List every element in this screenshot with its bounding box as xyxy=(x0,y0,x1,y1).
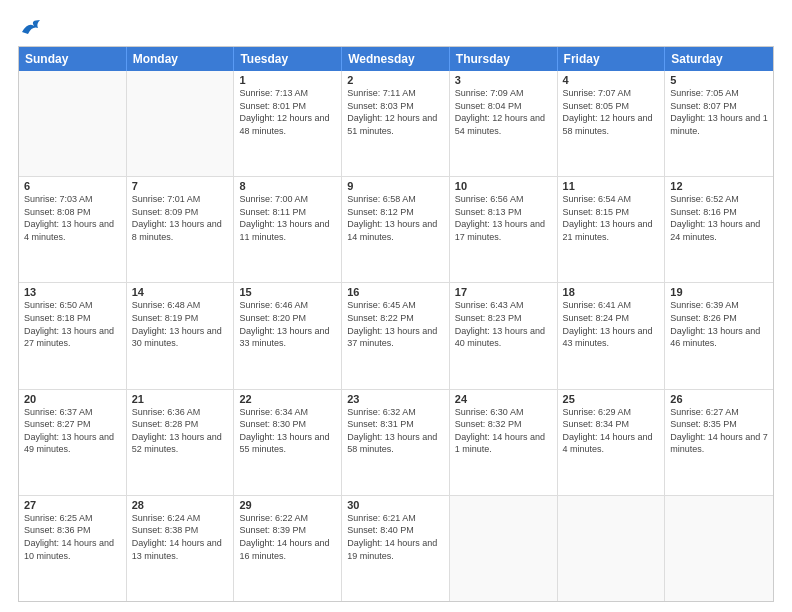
day-number: 1 xyxy=(239,74,336,86)
calendar-cell: 14Sunrise: 6:48 AM Sunset: 8:19 PM Dayli… xyxy=(127,283,235,388)
calendar-cell: 29Sunrise: 6:22 AM Sunset: 8:39 PM Dayli… xyxy=(234,496,342,601)
day-number: 27 xyxy=(24,499,121,511)
calendar-cell: 3Sunrise: 7:09 AM Sunset: 8:04 PM Daylig… xyxy=(450,71,558,176)
day-number: 25 xyxy=(563,393,660,405)
day-info: Sunrise: 6:22 AM Sunset: 8:39 PM Dayligh… xyxy=(239,512,336,562)
day-info: Sunrise: 6:29 AM Sunset: 8:34 PM Dayligh… xyxy=(563,406,660,456)
header-day-sunday: Sunday xyxy=(19,47,127,71)
day-info: Sunrise: 6:34 AM Sunset: 8:30 PM Dayligh… xyxy=(239,406,336,456)
day-info: Sunrise: 7:11 AM Sunset: 8:03 PM Dayligh… xyxy=(347,87,444,137)
calendar-cell: 17Sunrise: 6:43 AM Sunset: 8:23 PM Dayli… xyxy=(450,283,558,388)
calendar-cell: 5Sunrise: 7:05 AM Sunset: 8:07 PM Daylig… xyxy=(665,71,773,176)
calendar-header: SundayMondayTuesdayWednesdayThursdayFrid… xyxy=(19,47,773,71)
day-number: 19 xyxy=(670,286,768,298)
day-number: 29 xyxy=(239,499,336,511)
day-number: 12 xyxy=(670,180,768,192)
logo xyxy=(18,18,42,36)
day-number: 10 xyxy=(455,180,552,192)
header-day-tuesday: Tuesday xyxy=(234,47,342,71)
calendar-cell: 15Sunrise: 6:46 AM Sunset: 8:20 PM Dayli… xyxy=(234,283,342,388)
day-number: 17 xyxy=(455,286,552,298)
day-number: 30 xyxy=(347,499,444,511)
header-day-thursday: Thursday xyxy=(450,47,558,71)
day-info: Sunrise: 7:01 AM Sunset: 8:09 PM Dayligh… xyxy=(132,193,229,243)
calendar-cell: 16Sunrise: 6:45 AM Sunset: 8:22 PM Dayli… xyxy=(342,283,450,388)
calendar-cell: 11Sunrise: 6:54 AM Sunset: 8:15 PM Dayli… xyxy=(558,177,666,282)
calendar-row-1: 6Sunrise: 7:03 AM Sunset: 8:08 PM Daylig… xyxy=(19,177,773,283)
day-info: Sunrise: 7:03 AM Sunset: 8:08 PM Dayligh… xyxy=(24,193,121,243)
day-number: 28 xyxy=(132,499,229,511)
calendar-cell: 4Sunrise: 7:07 AM Sunset: 8:05 PM Daylig… xyxy=(558,71,666,176)
day-number: 3 xyxy=(455,74,552,86)
calendar: SundayMondayTuesdayWednesdayThursdayFrid… xyxy=(18,46,774,602)
day-info: Sunrise: 6:32 AM Sunset: 8:31 PM Dayligh… xyxy=(347,406,444,456)
header-day-wednesday: Wednesday xyxy=(342,47,450,71)
calendar-cell: 18Sunrise: 6:41 AM Sunset: 8:24 PM Dayli… xyxy=(558,283,666,388)
day-info: Sunrise: 6:54 AM Sunset: 8:15 PM Dayligh… xyxy=(563,193,660,243)
day-number: 4 xyxy=(563,74,660,86)
day-info: Sunrise: 6:48 AM Sunset: 8:19 PM Dayligh… xyxy=(132,299,229,349)
day-info: Sunrise: 7:00 AM Sunset: 8:11 PM Dayligh… xyxy=(239,193,336,243)
day-info: Sunrise: 6:27 AM Sunset: 8:35 PM Dayligh… xyxy=(670,406,768,456)
day-number: 8 xyxy=(239,180,336,192)
day-info: Sunrise: 7:05 AM Sunset: 8:07 PM Dayligh… xyxy=(670,87,768,137)
calendar-cell: 10Sunrise: 6:56 AM Sunset: 8:13 PM Dayli… xyxy=(450,177,558,282)
calendar-cell xyxy=(665,496,773,601)
calendar-cell xyxy=(558,496,666,601)
calendar-cell: 23Sunrise: 6:32 AM Sunset: 8:31 PM Dayli… xyxy=(342,390,450,495)
header-day-friday: Friday xyxy=(558,47,666,71)
day-info: Sunrise: 6:37 AM Sunset: 8:27 PM Dayligh… xyxy=(24,406,121,456)
calendar-cell: 21Sunrise: 6:36 AM Sunset: 8:28 PM Dayli… xyxy=(127,390,235,495)
day-info: Sunrise: 6:25 AM Sunset: 8:36 PM Dayligh… xyxy=(24,512,121,562)
day-info: Sunrise: 6:58 AM Sunset: 8:12 PM Dayligh… xyxy=(347,193,444,243)
day-number: 5 xyxy=(670,74,768,86)
day-info: Sunrise: 6:24 AM Sunset: 8:38 PM Dayligh… xyxy=(132,512,229,562)
calendar-row-3: 20Sunrise: 6:37 AM Sunset: 8:27 PM Dayli… xyxy=(19,390,773,496)
day-info: Sunrise: 7:13 AM Sunset: 8:01 PM Dayligh… xyxy=(239,87,336,137)
day-number: 26 xyxy=(670,393,768,405)
day-number: 9 xyxy=(347,180,444,192)
day-info: Sunrise: 6:41 AM Sunset: 8:24 PM Dayligh… xyxy=(563,299,660,349)
day-info: Sunrise: 6:45 AM Sunset: 8:22 PM Dayligh… xyxy=(347,299,444,349)
day-number: 7 xyxy=(132,180,229,192)
day-info: Sunrise: 6:50 AM Sunset: 8:18 PM Dayligh… xyxy=(24,299,121,349)
day-number: 24 xyxy=(455,393,552,405)
calendar-cell: 13Sunrise: 6:50 AM Sunset: 8:18 PM Dayli… xyxy=(19,283,127,388)
calendar-body: 1Sunrise: 7:13 AM Sunset: 8:01 PM Daylig… xyxy=(19,71,773,601)
calendar-cell: 19Sunrise: 6:39 AM Sunset: 8:26 PM Dayli… xyxy=(665,283,773,388)
header xyxy=(18,18,774,36)
day-number: 22 xyxy=(239,393,336,405)
day-number: 15 xyxy=(239,286,336,298)
calendar-cell xyxy=(19,71,127,176)
day-info: Sunrise: 6:21 AM Sunset: 8:40 PM Dayligh… xyxy=(347,512,444,562)
day-number: 6 xyxy=(24,180,121,192)
header-day-saturday: Saturday xyxy=(665,47,773,71)
calendar-cell: 25Sunrise: 6:29 AM Sunset: 8:34 PM Dayli… xyxy=(558,390,666,495)
day-number: 14 xyxy=(132,286,229,298)
day-info: Sunrise: 6:46 AM Sunset: 8:20 PM Dayligh… xyxy=(239,299,336,349)
day-number: 13 xyxy=(24,286,121,298)
calendar-cell: 22Sunrise: 6:34 AM Sunset: 8:30 PM Dayli… xyxy=(234,390,342,495)
day-info: Sunrise: 6:36 AM Sunset: 8:28 PM Dayligh… xyxy=(132,406,229,456)
calendar-cell: 20Sunrise: 6:37 AM Sunset: 8:27 PM Dayli… xyxy=(19,390,127,495)
calendar-row-0: 1Sunrise: 7:13 AM Sunset: 8:01 PM Daylig… xyxy=(19,71,773,177)
calendar-cell: 8Sunrise: 7:00 AM Sunset: 8:11 PM Daylig… xyxy=(234,177,342,282)
calendar-cell: 12Sunrise: 6:52 AM Sunset: 8:16 PM Dayli… xyxy=(665,177,773,282)
calendar-cell: 7Sunrise: 7:01 AM Sunset: 8:09 PM Daylig… xyxy=(127,177,235,282)
day-number: 23 xyxy=(347,393,444,405)
calendar-cell: 28Sunrise: 6:24 AM Sunset: 8:38 PM Dayli… xyxy=(127,496,235,601)
logo-bird-icon xyxy=(20,18,42,36)
day-number: 18 xyxy=(563,286,660,298)
day-info: Sunrise: 7:09 AM Sunset: 8:04 PM Dayligh… xyxy=(455,87,552,137)
day-number: 11 xyxy=(563,180,660,192)
day-number: 2 xyxy=(347,74,444,86)
calendar-cell: 6Sunrise: 7:03 AM Sunset: 8:08 PM Daylig… xyxy=(19,177,127,282)
day-info: Sunrise: 6:30 AM Sunset: 8:32 PM Dayligh… xyxy=(455,406,552,456)
calendar-row-4: 27Sunrise: 6:25 AM Sunset: 8:36 PM Dayli… xyxy=(19,496,773,601)
day-number: 20 xyxy=(24,393,121,405)
day-info: Sunrise: 6:52 AM Sunset: 8:16 PM Dayligh… xyxy=(670,193,768,243)
calendar-cell: 2Sunrise: 7:11 AM Sunset: 8:03 PM Daylig… xyxy=(342,71,450,176)
day-number: 16 xyxy=(347,286,444,298)
day-info: Sunrise: 6:39 AM Sunset: 8:26 PM Dayligh… xyxy=(670,299,768,349)
day-info: Sunrise: 6:56 AM Sunset: 8:13 PM Dayligh… xyxy=(455,193,552,243)
